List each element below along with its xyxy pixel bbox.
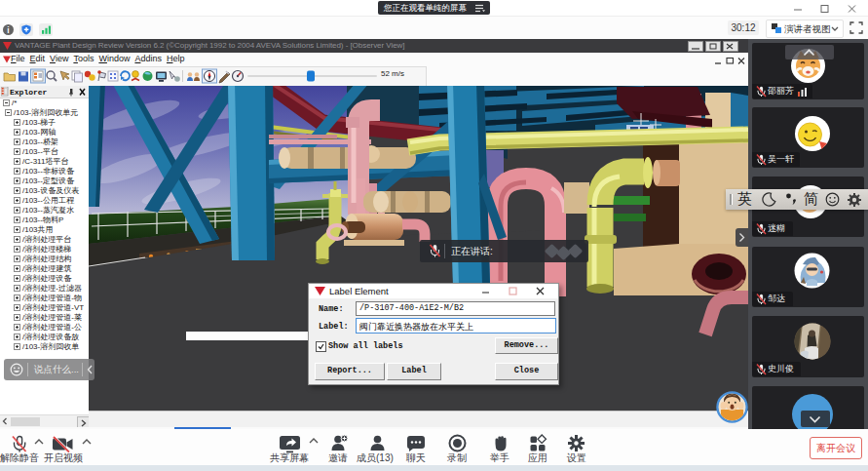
svg-text:i: i bbox=[7, 25, 9, 35]
